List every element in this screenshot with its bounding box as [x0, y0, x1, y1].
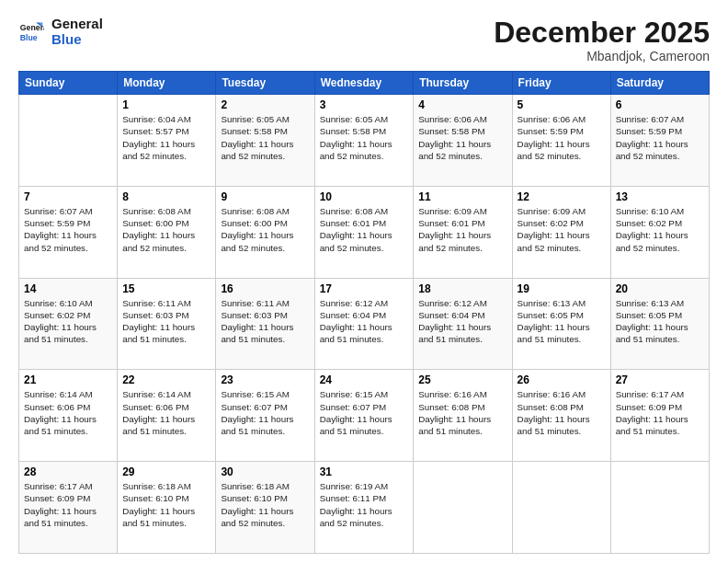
day-info: Sunrise: 6:05 AMSunset: 5:58 PMDaylight:… [221, 114, 293, 161]
calendar-header-sunday: Sunday [19, 72, 118, 95]
day-info: Sunrise: 6:08 AMSunset: 6:00 PMDaylight:… [221, 206, 293, 253]
svg-text:Blue: Blue [20, 32, 38, 41]
calendar-cell: 13 Sunrise: 6:10 AMSunset: 6:02 PMDaylig… [610, 186, 709, 278]
day-number: 30 [221, 465, 309, 478]
calendar-cell: 27 Sunrise: 6:17 AMSunset: 6:09 PMDaylig… [610, 370, 709, 462]
day-info: Sunrise: 6:15 AMSunset: 6:07 PMDaylight:… [221, 389, 293, 436]
day-info: Sunrise: 6:11 AMSunset: 6:03 PMDaylight:… [122, 298, 195, 345]
calendar-cell [610, 462, 709, 554]
calendar-cell: 20 Sunrise: 6:13 AMSunset: 6:05 PMDaylig… [610, 278, 709, 370]
day-info: Sunrise: 6:12 AMSunset: 6:04 PMDaylight:… [418, 298, 491, 345]
calendar-cell: 25 Sunrise: 6:16 AMSunset: 6:08 PMDaylig… [414, 370, 512, 462]
day-number: 26 [518, 373, 606, 386]
calendar-header-wednesday: Wednesday [314, 72, 414, 95]
day-info: Sunrise: 6:07 AMSunset: 5:59 PMDaylight:… [24, 206, 97, 253]
calendar-header-row: SundayMondayTuesdayWednesdayThursdayFrid… [19, 72, 710, 95]
day-info: Sunrise: 6:10 AMSunset: 6:02 PMDaylight:… [24, 298, 97, 345]
calendar-week-row: 14 Sunrise: 6:10 AMSunset: 6:02 PMDaylig… [19, 278, 710, 370]
month-title: December 2025 [494, 17, 710, 49]
day-info: Sunrise: 6:12 AMSunset: 6:04 PMDaylight:… [320, 298, 392, 345]
day-info: Sunrise: 6:15 AMSunset: 6:07 PMDaylight:… [320, 389, 392, 436]
calendar-header-monday: Monday [118, 72, 216, 95]
day-number: 17 [320, 282, 409, 295]
calendar-cell: 8 Sunrise: 6:08 AMSunset: 6:00 PMDayligh… [118, 186, 216, 278]
calendar-cell: 17 Sunrise: 6:12 AMSunset: 6:04 PMDaylig… [314, 278, 414, 370]
calendar-cell: 1 Sunrise: 6:04 AMSunset: 5:57 PMDayligh… [118, 95, 216, 187]
day-number: 1 [122, 98, 210, 111]
day-number: 31 [320, 465, 409, 478]
calendar-header-saturday: Saturday [610, 72, 709, 95]
day-number: 19 [518, 282, 606, 295]
calendar-cell: 28 Sunrise: 6:17 AMSunset: 6:09 PMDaylig… [19, 462, 118, 554]
day-info: Sunrise: 6:10 AMSunset: 6:02 PMDaylight:… [616, 206, 688, 253]
calendar-cell: 3 Sunrise: 6:05 AMSunset: 5:58 PMDayligh… [314, 95, 414, 187]
calendar-cell: 7 Sunrise: 6:07 AMSunset: 5:59 PMDayligh… [19, 186, 118, 278]
day-info: Sunrise: 6:08 AMSunset: 6:01 PMDaylight:… [320, 206, 392, 253]
calendar-cell: 29 Sunrise: 6:18 AMSunset: 6:10 PMDaylig… [118, 462, 216, 554]
header: General Blue General Blue December 2025 … [18, 17, 710, 63]
day-number: 7 [24, 190, 112, 203]
day-info: Sunrise: 6:16 AMSunset: 6:08 PMDaylight:… [518, 389, 590, 436]
calendar-cell: 22 Sunrise: 6:14 AMSunset: 6:06 PMDaylig… [118, 370, 216, 462]
logo-blue: Blue [51, 32, 103, 48]
day-info: Sunrise: 6:07 AMSunset: 5:59 PMDaylight:… [616, 114, 688, 161]
page: General Blue General Blue December 2025 … [0, 0, 728, 563]
day-info: Sunrise: 6:18 AMSunset: 6:10 PMDaylight:… [122, 481, 195, 528]
day-info: Sunrise: 6:11 AMSunset: 6:03 PMDaylight:… [221, 298, 293, 345]
day-number: 11 [418, 190, 506, 203]
calendar-week-row: 1 Sunrise: 6:04 AMSunset: 5:57 PMDayligh… [19, 95, 710, 187]
calendar-week-row: 21 Sunrise: 6:14 AMSunset: 6:06 PMDaylig… [19, 370, 710, 462]
day-number: 4 [418, 98, 506, 111]
day-number: 6 [616, 98, 704, 111]
day-number: 21 [24, 373, 112, 386]
day-info: Sunrise: 6:09 AMSunset: 6:02 PMDaylight:… [518, 206, 590, 253]
calendar-cell: 5 Sunrise: 6:06 AMSunset: 5:59 PMDayligh… [512, 95, 610, 187]
location: Mbandjok, Cameroon [494, 49, 710, 63]
day-number: 13 [616, 190, 704, 203]
calendar-cell: 4 Sunrise: 6:06 AMSunset: 5:58 PMDayligh… [414, 95, 512, 187]
day-info: Sunrise: 6:06 AMSunset: 5:59 PMDaylight:… [518, 114, 590, 161]
calendar-cell [512, 462, 610, 554]
calendar-cell: 23 Sunrise: 6:15 AMSunset: 6:07 PMDaylig… [216, 370, 314, 462]
calendar-cell: 15 Sunrise: 6:11 AMSunset: 6:03 PMDaylig… [118, 278, 216, 370]
title-block: December 2025 Mbandjok, Cameroon [494, 17, 710, 63]
calendar-cell [414, 462, 512, 554]
calendar-header-tuesday: Tuesday [216, 72, 314, 95]
calendar-week-row: 28 Sunrise: 6:17 AMSunset: 6:09 PMDaylig… [19, 462, 710, 554]
calendar-cell: 18 Sunrise: 6:12 AMSunset: 6:04 PMDaylig… [414, 278, 512, 370]
calendar-cell: 24 Sunrise: 6:15 AMSunset: 6:07 PMDaylig… [314, 370, 414, 462]
day-number: 10 [320, 190, 409, 203]
day-info: Sunrise: 6:17 AMSunset: 6:09 PMDaylight:… [24, 481, 97, 528]
day-info: Sunrise: 6:06 AMSunset: 5:58 PMDaylight:… [418, 114, 491, 161]
calendar-table: SundayMondayTuesdayWednesdayThursdayFrid… [18, 71, 710, 554]
calendar-cell: 10 Sunrise: 6:08 AMSunset: 6:01 PMDaylig… [314, 186, 414, 278]
logo: General Blue General Blue [18, 17, 103, 47]
calendar-cell: 30 Sunrise: 6:18 AMSunset: 6:10 PMDaylig… [216, 462, 314, 554]
day-number: 25 [418, 373, 506, 386]
day-number: 28 [24, 465, 112, 478]
day-number: 14 [24, 282, 112, 295]
day-number: 24 [320, 373, 409, 386]
calendar-header-friday: Friday [512, 72, 610, 95]
calendar-cell: 31 Sunrise: 6:19 AMSunset: 6:11 PMDaylig… [314, 462, 414, 554]
day-info: Sunrise: 6:04 AMSunset: 5:57 PMDaylight:… [122, 114, 195, 161]
day-number: 9 [221, 190, 309, 203]
calendar-cell: 19 Sunrise: 6:13 AMSunset: 6:05 PMDaylig… [512, 278, 610, 370]
day-info: Sunrise: 6:05 AMSunset: 5:58 PMDaylight:… [320, 114, 392, 161]
day-number: 15 [122, 282, 210, 295]
calendar-cell: 16 Sunrise: 6:11 AMSunset: 6:03 PMDaylig… [216, 278, 314, 370]
day-info: Sunrise: 6:14 AMSunset: 6:06 PMDaylight:… [122, 389, 195, 436]
day-info: Sunrise: 6:19 AMSunset: 6:11 PMDaylight:… [320, 481, 392, 528]
day-info: Sunrise: 6:13 AMSunset: 6:05 PMDaylight:… [616, 298, 688, 345]
calendar-cell: 2 Sunrise: 6:05 AMSunset: 5:58 PMDayligh… [216, 95, 314, 187]
calendar-cell: 14 Sunrise: 6:10 AMSunset: 6:02 PMDaylig… [19, 278, 118, 370]
day-number: 20 [616, 282, 704, 295]
calendar-cell: 26 Sunrise: 6:16 AMSunset: 6:08 PMDaylig… [512, 370, 610, 462]
day-number: 2 [221, 98, 309, 111]
day-info: Sunrise: 6:09 AMSunset: 6:01 PMDaylight:… [418, 206, 491, 253]
day-number: 5 [518, 98, 606, 111]
day-number: 22 [122, 373, 210, 386]
calendar-cell: 11 Sunrise: 6:09 AMSunset: 6:01 PMDaylig… [414, 186, 512, 278]
logo-general: General [51, 17, 103, 32]
day-number: 16 [221, 282, 309, 295]
